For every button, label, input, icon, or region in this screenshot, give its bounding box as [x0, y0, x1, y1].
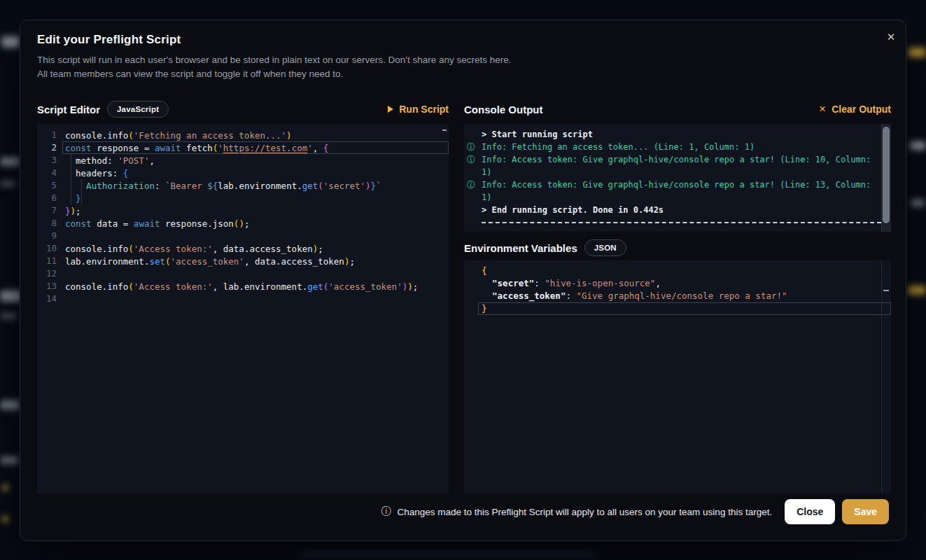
code-line-content — [62, 293, 449, 305]
code-token: { — [123, 168, 129, 178]
code-line-content: } — [62, 192, 449, 204]
code-line-content: lab.environment.set('access_token', data… — [62, 255, 449, 267]
background-blur-shape — [2, 484, 8, 491]
code-token: 'Access token:' — [134, 281, 213, 292]
play-icon — [388, 106, 393, 113]
save-button[interactable]: Save — [842, 499, 889, 524]
script-editor-line[interactable]: 11lab.environment.set('access_token', da… — [37, 255, 449, 267]
code-token: response = — [92, 143, 155, 153]
script-editor-line[interactable]: 1console.info('Fetching an access token.… — [37, 129, 449, 141]
code-line-content — [62, 230, 449, 242]
script-editor-line[interactable]: 13console.info('Access token:', lab.envi… — [37, 280, 449, 293]
code-token: lab.environment. — [218, 181, 302, 191]
script-editor-line[interactable]: 9 — [37, 230, 449, 242]
code-token: , data.access_token — [213, 244, 313, 254]
code-line-content: console.info('Access token:', data.acces… — [62, 242, 449, 255]
console-scrollbar[interactable] — [881, 124, 891, 232]
script-editor[interactable]: 1console.info('Fetching an access token.… — [37, 124, 449, 493]
code-token: const — [65, 218, 92, 229]
console-entry-text: > End running script. Done in 0.442s — [482, 204, 880, 216]
script-editor-title: Script Editor — [37, 104, 100, 115]
code-token: console.info — [65, 244, 128, 254]
code-token: , — [655, 278, 661, 289]
console-entry[interactable]: > Start running script — [464, 128, 891, 141]
script-editor-line[interactable]: 4 headers: { — [37, 167, 449, 179]
info-icon: ⓘ — [467, 141, 482, 153]
code-line-content: }); — [62, 204, 449, 217]
background-blur-shape — [0, 313, 17, 319]
close-icon[interactable]: ✕ — [881, 27, 901, 47]
code-token — [65, 181, 86, 191]
background-blur-shape — [0, 181, 15, 187]
console-entry[interactable]: ⓘInfo: Fetching an access token... (Line… — [464, 141, 891, 153]
console-entry[interactable]: ⓘInfo: Access token: Give graphql-hive/c… — [464, 178, 891, 204]
line-number: 9 — [37, 230, 62, 242]
background-blur-shape — [0, 456, 18, 464]
env-editor-line[interactable]: } — [478, 302, 891, 315]
background-blur-shape — [911, 200, 925, 206]
code-token: ; — [349, 256, 355, 267]
close-button[interactable]: Close — [785, 499, 835, 524]
background-blur-shape — [0, 290, 21, 302]
script-editor-line[interactable]: 10console.info('Access token:', data.acc… — [37, 242, 449, 255]
env-editor-line[interactable]: "access_token": "Give graphql-hive/conso… — [478, 290, 891, 302]
code-token: https://test.com — [223, 143, 307, 153]
script-editor-line[interactable]: 6 } — [37, 192, 449, 204]
javascript-badge: JavaScript — [107, 101, 169, 118]
script-editor-line[interactable]: 8const data = await response.json(); — [37, 217, 449, 230]
console-entry[interactable]: ⓘInfo: Access token: Give graphql-hive/c… — [464, 153, 891, 178]
script-editor-line[interactable]: 5 Authorization: `Bearer ${lab.environme… — [37, 179, 449, 192]
background-blur-shape — [0, 400, 20, 410]
modal-description-line: All team members can view the script and… — [37, 67, 723, 81]
background-blur-shape — [910, 141, 926, 150]
background-blur-shape — [908, 286, 926, 295]
code-token: } — [65, 206, 71, 216]
run-script-label: Run Script — [399, 104, 449, 115]
json-badge: JSON — [584, 239, 626, 256]
script-editor-line[interactable]: 12 — [37, 267, 449, 280]
info-icon: ⓘ — [467, 153, 482, 178]
indent-guide — [81, 179, 82, 204]
console-entry[interactable]: > End running script. Done in 0.442s — [464, 204, 891, 216]
modal-description: This script will run in each user's brow… — [37, 53, 723, 81]
line-number: 13 — [37, 280, 62, 293]
env-editor-line[interactable]: { — [478, 265, 891, 277]
line-number: 12 — [37, 267, 62, 280]
code-token: , lab.environment. — [213, 281, 307, 292]
clear-output-button[interactable]: ✕ Clear Output — [819, 104, 891, 115]
console-output-panel[interactable]: > Start running scriptⓘInfo: Fetching an… — [464, 124, 891, 232]
code-token: response.json — [160, 218, 234, 229]
code-token: : — [155, 181, 165, 191]
script-editor-line[interactable]: 2const response = await fetch('https://t… — [37, 141, 449, 154]
clear-output-label: Clear Output — [832, 104, 891, 115]
code-token: "hive-is-open-source" — [545, 278, 655, 289]
script-editor-line[interactable]: 14 — [37, 293, 449, 305]
code-token: { — [482, 265, 487, 276]
background-blur-shape — [301, 550, 595, 559]
console-output-title: Console Output — [464, 104, 543, 115]
environment-variables-title: Environment Variables — [464, 242, 577, 254]
code-token: const — [65, 143, 92, 153]
env-editor-line[interactable]: "secret": "hive-is-open-source", — [478, 277, 891, 290]
line-number: 8 — [37, 217, 62, 230]
console-scrollbar-thumb[interactable] — [883, 127, 890, 223]
code-line-content: Authorization: `Bearer ${lab.environment… — [62, 179, 449, 192]
code-token: ( — [165, 256, 171, 267]
info-icon: ⓘ — [381, 505, 391, 518]
console-entry-text: > Start running script — [482, 128, 880, 141]
line-number: 6 — [37, 192, 62, 204]
code-token: } — [76, 193, 81, 204]
code-token: fetch — [181, 143, 213, 153]
code-line-content: headers: { — [62, 167, 449, 179]
script-editor-line[interactable]: 7}); — [37, 204, 449, 217]
code-token — [482, 278, 492, 289]
code-token: } — [482, 303, 487, 314]
code-line-content: console.info('Fetching an access token..… — [62, 129, 449, 141]
run-script-button[interactable]: Run Script — [388, 104, 449, 115]
code-token: await — [155, 143, 181, 153]
code-token: Authorization — [86, 181, 155, 191]
line-number: 2 — [37, 141, 62, 154]
code-token: get — [302, 181, 318, 191]
script-editor-line[interactable]: 3 method: 'POST', — [37, 154, 449, 167]
environment-variables-editor[interactable]: { "secret": "hive-is-open-source", "acce… — [464, 260, 891, 493]
